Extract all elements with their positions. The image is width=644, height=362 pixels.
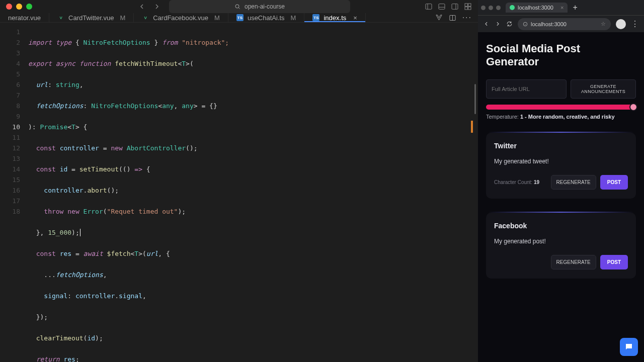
regenerate-button[interactable]: REGENERATE — [551, 255, 596, 269]
svg-rect-3 — [439, 4, 445, 10]
tab-cardfacebook[interactable]: V CardFacebook.vue M — [134, 13, 228, 22]
svg-rect-8 — [468, 4, 471, 6]
favicon — [510, 5, 515, 10]
browser-max[interactable] — [496, 6, 501, 10]
ts-icon: TS — [312, 14, 319, 21]
app-content: Social Media Post Generator GENERATE ANN… — [478, 32, 644, 362]
browser-tab[interactable]: localhost:3000 × — [506, 3, 568, 13]
profile-avatar[interactable] — [616, 19, 626, 29]
regenerate-button[interactable]: REGENERATE — [551, 175, 596, 190]
vue-icon: V — [57, 14, 64, 21]
new-tab-button[interactable]: + — [570, 3, 580, 12]
window-controls — [6, 4, 32, 10]
page-title: Social Media Post Generator — [486, 42, 636, 68]
tab-label: index.ts — [324, 14, 346, 22]
browser-min[interactable] — [489, 6, 493, 10]
split-editor-icon[interactable] — [449, 14, 456, 22]
vue-icon: V — [142, 14, 149, 21]
post-text: My generated post! — [494, 238, 628, 245]
code-editor[interactable]: 123 456 789 101112 131415 161718 import … — [0, 23, 478, 362]
svg-rect-9 — [465, 7, 467, 10]
titlebar: open-ai-course — [0, 0, 478, 13]
tab-label: useChatAi.ts — [248, 14, 285, 22]
modified-badge: M — [120, 14, 125, 22]
article-url-input[interactable] — [486, 79, 567, 99]
editor-pane: open-ai-course nerator.vue V CardTwitter… — [0, 0, 478, 362]
close-tab-icon[interactable]: × — [560, 5, 564, 11]
browser-chrome: localhost:3000 × + localhost:3000 ☆ ⋮ — [478, 0, 644, 32]
scrollbar[interactable] — [474, 84, 476, 114]
post-button[interactable]: POST — [600, 175, 628, 190]
url-text: localhost:3000 — [531, 21, 567, 27]
minimize-window[interactable] — [16, 4, 22, 10]
browser-tab-label: localhost:3000 — [518, 5, 553, 11]
editor-tabs: nerator.vue V CardTwitter.vue M V CardFa… — [0, 13, 478, 23]
facebook-card: Facebook My generated post! REGENERATE P… — [486, 213, 636, 279]
tab-label: CardTwitter.vue — [68, 14, 114, 22]
panel-right-icon[interactable] — [451, 3, 459, 11]
tweet-text: My generated tweet! — [494, 158, 628, 165]
panel-bottom-icon[interactable] — [438, 3, 446, 11]
ts-icon: TS — [236, 14, 244, 21]
chat-widget-button[interactable] — [620, 338, 638, 356]
panel-left-icon[interactable] — [425, 3, 433, 11]
nav-forward-icon[interactable] — [153, 3, 161, 11]
nav-back-icon[interactable] — [138, 3, 146, 11]
post-button[interactable]: POST — [600, 255, 628, 269]
temperature-label: Temperature: 1 - More random, creative, … — [486, 114, 636, 120]
tab-nerator[interactable]: nerator.vue — [0, 13, 49, 22]
fullscreen-window[interactable] — [26, 4, 32, 10]
card-title: Facebook — [494, 222, 628, 230]
svg-rect-7 — [465, 4, 467, 6]
generate-button[interactable]: GENERATE ANNOUNCEMENTS — [571, 79, 636, 99]
tab-label: CardFacebook.vue — [153, 14, 208, 22]
command-search[interactable]: open-ai-course — [169, 0, 350, 13]
browser-menu-icon[interactable]: ⋮ — [631, 19, 639, 29]
svg-rect-10 — [468, 7, 471, 10]
info-icon — [523, 22, 528, 27]
character-count: Character Count: 19 — [494, 179, 539, 185]
modified-badge: M — [291, 14, 296, 22]
browser-close[interactable] — [481, 6, 486, 10]
reload-icon[interactable] — [506, 21, 513, 27]
temperature-slider[interactable] — [486, 105, 636, 110]
tab-usechatai[interactable]: TS useChatAi.ts M — [228, 13, 305, 22]
change-indicator — [471, 121, 473, 133]
back-icon[interactable] — [483, 21, 490, 27]
tab-label: nerator.vue — [8, 14, 41, 22]
address-bar[interactable]: localhost:3000 ☆ — [518, 18, 611, 30]
cursor — [80, 229, 80, 236]
modified-badge: M — [214, 14, 220, 22]
close-tab-icon[interactable]: × — [353, 14, 357, 22]
svg-rect-1 — [426, 4, 432, 10]
more-actions-icon[interactable]: ··· — [462, 13, 472, 22]
close-window[interactable] — [6, 4, 12, 10]
vue-split-icon[interactable] — [435, 14, 443, 22]
twitter-card: Twitter My generated tweet! Character Co… — [486, 133, 636, 199]
code-content[interactable]: import type { NitroFetchOptions } from "… — [28, 23, 478, 362]
chat-icon — [624, 342, 633, 351]
slider-thumb[interactable] — [629, 103, 637, 111]
svg-rect-5 — [452, 4, 458, 10]
browser-pane: localhost:3000 × + localhost:3000 ☆ ⋮ So… — [478, 0, 644, 362]
card-title: Twitter — [494, 142, 628, 150]
layout-grid-icon[interactable] — [464, 3, 472, 11]
tab-index[interactable]: TS index.ts × — [304, 13, 365, 22]
svg-point-0 — [235, 5, 239, 8]
project-name: open-ai-course — [245, 3, 285, 10]
forward-icon[interactable] — [495, 21, 501, 27]
tab-cardtwitter[interactable]: V CardTwitter.vue M — [49, 13, 134, 22]
search-icon — [234, 4, 240, 10]
bookmark-icon[interactable]: ☆ — [601, 21, 606, 27]
line-gutter: 123 456 789 101112 131415 161718 — [0, 23, 28, 362]
